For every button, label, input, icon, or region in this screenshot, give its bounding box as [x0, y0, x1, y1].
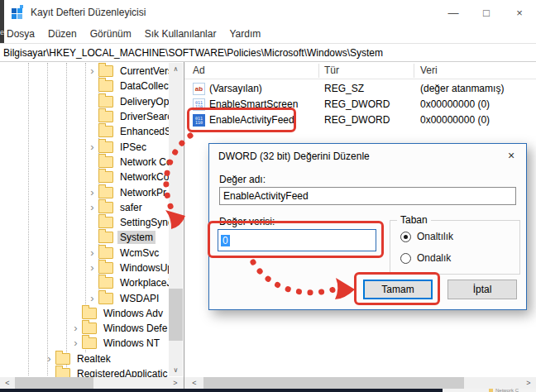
scroll-down-icon[interactable]: ∨: [169, 364, 183, 376]
column-header-ad[interactable]: Ad: [193, 65, 205, 76]
tree-item-safer[interactable]: ›safer: [0, 199, 145, 215]
scroll-right-icon[interactable]: >: [169, 377, 182, 389]
tree-item-windows-defe[interactable]: ›Windows Defe: [0, 320, 170, 336]
column-separator[interactable]: [414, 64, 414, 78]
tree-item-settingsync[interactable]: SettingSync: [0, 214, 175, 230]
tree-item-workplacej[interactable]: WorkplaceJ: [0, 275, 174, 290]
tree-item-deliveryopt[interactable]: DeliveryOpt: [0, 93, 175, 109]
tree-item-label: WindowsUp: [117, 261, 175, 275]
expand-chevron-icon[interactable]: ›: [86, 141, 98, 152]
folder-icon: [98, 262, 113, 274]
annotation-box-value-input: [208, 221, 384, 258]
expand-chevron-icon[interactable]: ›: [86, 202, 98, 213]
folder-icon: [98, 217, 113, 228]
folder-icon: [98, 156, 113, 168]
tree-item-label: Windows Defe: [101, 322, 170, 335]
scrollbar-thumb[interactable]: [15, 377, 93, 389]
scroll-up-icon[interactable]: ∧: [169, 63, 183, 75]
tree-item-windows-adv[interactable]: Windows Adv: [0, 305, 165, 321]
tree-item-wcmsvc[interactable]: ›WcmSvc: [0, 245, 161, 261]
menu-dosya[interactable]: Dosya: [0, 28, 41, 40]
scroll-right-icon[interactable]: >: [522, 377, 535, 389]
menu-gorunum[interactable]: Görünüm: [84, 28, 138, 40]
tree-item-networkpr[interactable]: ›NetworkPr: [0, 184, 169, 200]
regedit-app-icon: [12, 7, 23, 18]
value-name-field[interactable]: EnableActivityFeed: [219, 187, 516, 205]
list-horizontal-scrollbar[interactable]: < >: [184, 377, 536, 389]
annotation-arrow-to-input: [153, 131, 211, 234]
radio-hexadecimal[interactable]: Onaltılık: [400, 231, 453, 242]
radio-unchecked-icon[interactable]: [400, 253, 411, 264]
tree-horizontal-scrollbar[interactable]: < >: [0, 377, 184, 389]
tree-item-ipsec[interactable]: ›IPSec: [0, 139, 149, 155]
folder-icon: [98, 126, 113, 137]
tree-item-label: safer: [117, 201, 145, 214]
registry-editor-window: Kayıt Defteri Düzenleyicisi — □ × Dosya …: [0, 0, 536, 392]
value-name: (Varsayılan): [209, 83, 262, 94]
tree-item-network-co[interactable]: Network Co: [0, 154, 175, 170]
value-name-label: Değer adı:: [219, 174, 266, 185]
minimize-button[interactable]: —: [437, 0, 470, 25]
tree-item-label: Windows NT: [101, 337, 162, 350]
base-groupbox: Taban Onaltılık Ondalık: [390, 220, 520, 275]
radio-decimal[interactable]: Ondalık: [400, 252, 451, 264]
expand-chevron-icon[interactable]: ›: [69, 337, 82, 348]
value-data: 0x00000000 (0): [420, 114, 490, 126]
expand-chevron-icon[interactable]: ›: [86, 247, 98, 258]
scroll-left-icon[interactable]: <: [188, 377, 201, 389]
folder-icon: [98, 187, 113, 198]
tree-item-enhancedst[interactable]: EnhancedSt: [0, 123, 176, 139]
window-title: Kayıt Defteri Düzenleyicisi: [31, 7, 146, 18]
tree-item-wsdapi[interactable]: ›WSDAPI: [0, 290, 161, 306]
folder-icon: [98, 141, 113, 153]
expand-chevron-icon[interactable]: ›: [69, 323, 82, 333]
tree-item-system[interactable]: System: [0, 229, 156, 245]
folder-icon: [98, 277, 113, 289]
column-separator[interactable]: [318, 64, 319, 78]
menu-sik-kullanilanlar[interactable]: Sık Kullanılanlar: [138, 28, 223, 40]
menu-duzen[interactable]: Düzen: [41, 28, 84, 40]
radio-label: Onaltılık: [417, 231, 453, 242]
menu-bar: Dosya Düzen Görünüm Sık Kullanılanlar Ya…: [0, 25, 536, 43]
expand-chevron-icon[interactable]: ›: [86, 262, 98, 273]
scrollbar-thumb[interactable]: [169, 289, 183, 341]
tree-item-label: RegisteredApplicatic: [74, 367, 170, 378]
tree-item-windows-nt[interactable]: ›Windows NT: [0, 335, 162, 351]
radio-checked-icon[interactable]: [400, 232, 411, 242]
tree-item-datacollect[interactable]: DataCollect: [0, 78, 174, 93]
close-button[interactable]: ×: [503, 0, 536, 25]
scrollbar-thumb[interactable]: [203, 377, 464, 389]
maximize-button[interactable]: □: [470, 0, 503, 25]
fragment-text: Network C: [495, 389, 519, 392]
tree-item-realtek[interactable]: ›Realtek: [0, 351, 113, 366]
expand-chevron-icon[interactable]: ›: [43, 353, 55, 364]
scroll-left-icon[interactable]: <: [1, 377, 14, 389]
value-row-default[interactable]: ab (Varsayılan) REG_SZ (değer atanmamış): [184, 81, 536, 97]
expand-chevron-icon[interactable]: ›: [86, 293, 98, 304]
registry-path-bar[interactable]: Bilgisayar\HKEY_LOCAL_MACHINE\SOFTWARE\P…: [0, 43, 536, 62]
menu-yardim[interactable]: Yardım: [223, 28, 267, 40]
tree-item-registeredapplic[interactable]: RegisteredApplicatic: [0, 366, 170, 377]
dialog-title: DWORD (32 bit) Değerini Düzenle: [218, 151, 370, 162]
folder-icon: [82, 337, 97, 349]
column-header-tur[interactable]: Tür: [324, 65, 339, 76]
tree-item-networkco[interactable]: NetworkCo: [0, 169, 171, 184]
column-header-veri[interactable]: Veri: [420, 65, 438, 76]
tree-item-label: Windows Adv: [101, 307, 165, 320]
base-groupbox-label: Taban: [397, 214, 431, 226]
expand-chevron-icon[interactable]: ›: [86, 65, 98, 76]
radio-label: Ondalık: [417, 252, 451, 264]
background-window-fragment: Network C: [443, 389, 536, 392]
tree-item-currentvers[interactable]: ›CurrentVers: [0, 63, 175, 79]
tree-item-windowsup[interactable]: ›WindowsUp: [0, 260, 175, 275]
expand-chevron-icon[interactable]: ›: [86, 187, 98, 198]
folder-icon: [98, 232, 113, 243]
annotation-arrow-to-ok: [246, 258, 362, 304]
folder-icon: [489, 389, 493, 392]
dialog-close-icon[interactable]: ×: [497, 145, 525, 166]
value-data: (değer atanmamış): [420, 83, 504, 94]
tree-item-driversearc[interactable]: DriverSearc: [0, 108, 175, 124]
cancel-button[interactable]: İptal: [447, 280, 517, 299]
reg-sz-icon: ab: [193, 83, 205, 95]
folder-icon: [98, 171, 113, 183]
